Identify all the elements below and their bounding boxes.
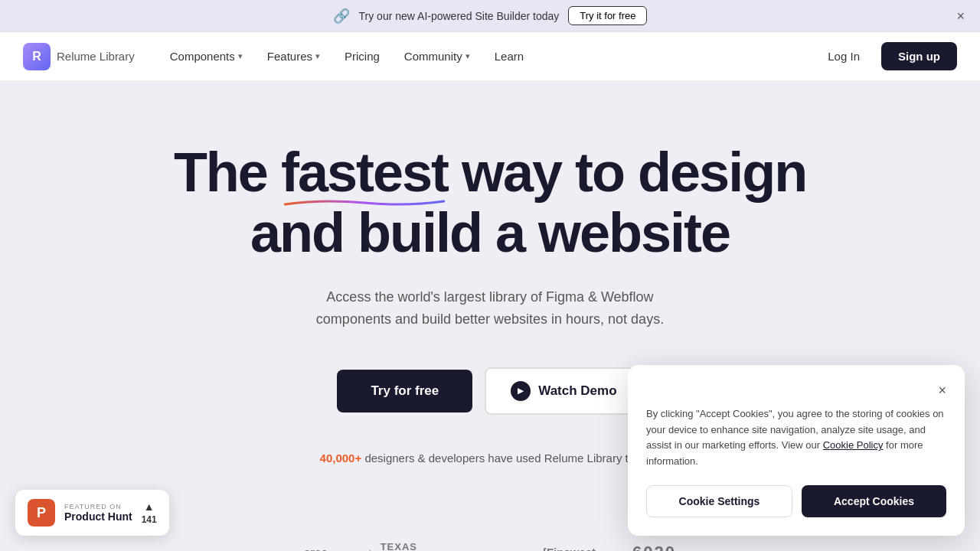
banner-text: Try our new AI-powered Site Builder toda… (359, 10, 560, 22)
nav-item-components[interactable]: Components ▾ (159, 44, 253, 69)
logo-text: Relume Library (57, 50, 135, 63)
play-icon: ▶ (511, 381, 531, 401)
cookie-banner: × By clicking "Accept Cookies", you agre… (628, 365, 965, 536)
logo-6020: 6020 (632, 543, 676, 551)
nav-item-community[interactable]: Community ▾ (394, 44, 481, 69)
cookie-settings-button[interactable]: Cookie Settings (646, 485, 792, 517)
cookie-banner-header: × (646, 383, 946, 397)
cookie-close-button[interactable]: × (938, 383, 946, 397)
cookie-policy-link[interactable]: Cookie Policy (823, 439, 884, 451)
nav-right: Log In Sign up (815, 42, 957, 70)
product-hunt-icon: P (28, 499, 55, 527)
logo-arca: arca (304, 546, 328, 551)
logo-texas: ▲ TEXASThe University of Texas at Austin (364, 541, 505, 551)
banner-close-button[interactable]: × (956, 8, 965, 24)
banner-icon: 🔗 (333, 8, 350, 24)
chevron-down-icon: ▾ (238, 51, 243, 61)
cookie-buttons: Cookie Settings Accept Cookies (646, 485, 946, 517)
hero-subtitle: Access the world's largest library of Fi… (161, 286, 819, 331)
cookie-text: By clicking "Accept Cookies", you agree … (646, 406, 946, 470)
upvote-icon: ▲ (144, 500, 155, 513)
logo-icon: R (23, 43, 51, 70)
fastest-word: fastest (281, 142, 448, 203)
signup-button[interactable]: Sign up (881, 42, 957, 70)
social-proof-number: 40,000+ (320, 452, 362, 465)
chevron-down-icon: ▾ (315, 51, 320, 61)
banner-cta-button[interactable]: Try it for free (568, 6, 647, 25)
chevron-down-icon: ▾ (466, 51, 470, 61)
watch-demo-button[interactable]: ▶ Watch Demo (485, 367, 642, 415)
nav-item-features[interactable]: Features ▾ (256, 44, 331, 69)
ph-featured-label: FEATURED ON (64, 503, 132, 510)
logo-finsweet: {Finsweet (542, 546, 596, 551)
login-button[interactable]: Log In (815, 44, 872, 69)
accept-cookies-button[interactable]: Accept Cookies (802, 485, 946, 517)
try-for-free-button[interactable]: Try for free (337, 370, 472, 412)
vote-count: 141 (142, 514, 157, 525)
nav-links: Components ▾ Features ▾ Pricing Communit… (159, 44, 816, 69)
product-hunt-badge[interactable]: P FEATURED ON Product Hunt ▲ 141 (15, 490, 169, 536)
nav-item-pricing[interactable]: Pricing (334, 44, 390, 69)
ph-title: Product Hunt (64, 510, 132, 523)
product-hunt-text: FEATURED ON Product Hunt (64, 503, 132, 523)
top-banner: 🔗 Try our new AI-powered Site Builder to… (0, 0, 980, 32)
nav-item-learn[interactable]: Learn (484, 44, 534, 69)
logo[interactable]: R Relume Library (23, 43, 135, 70)
ph-votes: ▲ 141 (142, 500, 157, 525)
navbar: R Relume Library Components ▾ Features ▾… (0, 32, 980, 81)
hero-title: The fastest way to designand build a web… (161, 142, 819, 263)
